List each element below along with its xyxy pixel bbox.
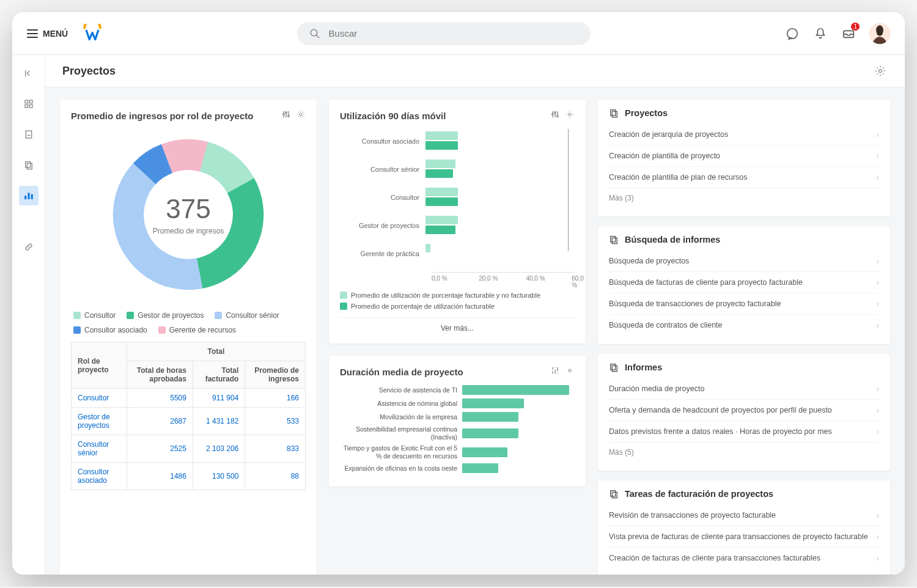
role-link[interactable]: Consultor <box>72 389 127 408</box>
legend-item: Promedio de porcentaje de utilización fa… <box>340 303 575 310</box>
svg-rect-37 <box>612 366 617 371</box>
filter-icon[interactable] <box>550 366 560 378</box>
chevron-right-icon: › <box>876 384 879 394</box>
dur-row: Movilización de la empresa <box>340 412 575 422</box>
page-title: Proyectos <box>62 65 116 78</box>
chevron-right-icon: › <box>876 151 879 161</box>
svg-rect-10 <box>26 131 31 138</box>
role-link[interactable]: Consultor asociado <box>72 463 127 490</box>
section: InformesDuración media de proyecto›Ofert… <box>598 354 890 471</box>
report-icon <box>609 489 619 499</box>
svg-rect-35 <box>612 238 617 243</box>
section-item[interactable]: Duración media de proyecto› <box>609 378 879 400</box>
nav-link-icon[interactable] <box>19 237 39 257</box>
chat-icon[interactable] <box>785 26 800 41</box>
nav-copy-icon[interactable] <box>19 155 39 175</box>
svg-rect-38 <box>611 491 616 496</box>
menu-button[interactable]: MENÚ <box>27 29 68 39</box>
nav-collapse-icon[interactable] <box>19 64 39 83</box>
legend-item[interactable]: Consultor asociado <box>73 326 147 334</box>
section-item[interactable]: Búsqueda de contratos de cliente› <box>609 315 879 336</box>
chevron-right-icon: › <box>876 532 879 542</box>
section-title: Proyectos <box>609 108 879 118</box>
inbox-icon[interactable]: 1 <box>841 26 856 41</box>
role-link[interactable]: Consultor sénior <box>72 435 127 463</box>
filter-icon[interactable] <box>550 109 560 122</box>
section-item[interactable]: Creación de facturas de cliente para tra… <box>609 548 879 568</box>
chevron-right-icon: › <box>876 320 879 330</box>
dur-row: Tiempo y gastos de Exotic Fruit con el 5… <box>340 444 575 460</box>
legend-item[interactable]: Consultor sénior <box>215 311 279 320</box>
duration-chart: Servicio de asistencia de TIAsistencia d… <box>340 385 575 473</box>
section-item[interactable]: Vista previa de facturas de cliente para… <box>609 526 879 548</box>
filter-icon[interactable] <box>281 109 291 122</box>
gear-icon[interactable] <box>565 366 575 378</box>
svg-rect-7 <box>29 100 32 103</box>
ver-mas-link[interactable]: Ver más... <box>340 317 575 334</box>
revenue-table: Rol de proyecto Total Total de horas apr… <box>71 342 306 490</box>
section-more[interactable]: Más (3) <box>609 188 879 208</box>
section-item[interactable]: Creación de jerarquía de proyectos› <box>609 124 879 145</box>
report-icon <box>609 108 619 118</box>
chevron-right-icon: › <box>876 172 879 182</box>
svg-rect-6 <box>25 100 28 103</box>
section-item[interactable]: Búsqueda de facturas de cliente para pro… <box>609 272 879 293</box>
dur-row: Asistencia de nómina global <box>340 399 575 408</box>
svg-point-28 <box>554 112 556 114</box>
hbar-row: Consultor sénior <box>340 160 575 179</box>
workday-logo[interactable] <box>83 24 102 43</box>
role-link[interactable]: Gestor de proyectos <box>72 408 127 435</box>
legend-item[interactable]: Gestor de proyectos <box>127 311 204 320</box>
nav-apps-icon[interactable] <box>19 94 39 114</box>
th-billed: Total facturado <box>193 361 245 389</box>
legend-item[interactable]: Consultor <box>73 311 116 320</box>
section-item[interactable]: Búsqueda de transacciones de proyecto fa… <box>609 293 879 315</box>
global-search[interactable] <box>297 22 591 45</box>
legend-item[interactable]: Gerente de recursos <box>158 326 236 334</box>
nav-doc-icon[interactable] <box>19 125 39 144</box>
gear-icon[interactable] <box>565 109 575 122</box>
dur-row: Expansión de oficinas en la costa oeste <box>340 463 575 473</box>
report-icon <box>609 235 619 244</box>
utilization-chart: Consultor asociadoConsultor séniorConsul… <box>340 129 575 263</box>
search-icon <box>309 28 320 39</box>
inbox-badge: 1 <box>851 23 860 31</box>
chevron-right-icon: › <box>876 553 879 563</box>
hbar-row: Gerente de práctica <box>340 244 575 263</box>
svg-point-17 <box>879 70 882 73</box>
chevron-right-icon: › <box>876 405 879 415</box>
section-item[interactable]: Revisión de transacciones de proyecto fa… <box>609 505 879 526</box>
section-item[interactable]: Búsqueda de proyectos› <box>609 251 879 272</box>
section-item[interactable]: Datos previstos frente a datos reales · … <box>609 421 879 443</box>
table-row: Consultor5509911 904166 <box>72 389 306 408</box>
chart-boundary-line <box>568 129 569 251</box>
chevron-right-icon: › <box>876 277 879 287</box>
gear-icon[interactable] <box>296 109 306 122</box>
svg-point-30 <box>569 113 571 116</box>
section-item[interactable]: Oferta y demanda de headcount de proyect… <box>609 400 879 421</box>
svg-point-21 <box>300 113 302 116</box>
axis-tick: 0,0 % <box>432 275 447 282</box>
section-item[interactable]: Creación de plantilla de proyecto› <box>609 145 879 167</box>
svg-point-29 <box>557 115 559 117</box>
section-item[interactable]: Creación de plantilla de plan de recurso… <box>609 167 879 188</box>
svg-rect-16 <box>31 194 32 199</box>
card-utilization: Utilización 90 días móvil Consultor asoc… <box>329 100 586 344</box>
section-title: Tareas de facturación de proyectos <box>609 489 879 499</box>
menu-label: MENÚ <box>43 29 68 39</box>
nav-analytics-icon[interactable] <box>19 186 39 205</box>
section: ProyectosCreación de jerarquía de proyec… <box>598 100 890 216</box>
chevron-right-icon: › <box>876 130 879 139</box>
section-more[interactable]: Más (5) <box>609 443 879 462</box>
top-bar: MENÚ 1 <box>12 12 905 55</box>
section-title: Informes <box>609 362 879 372</box>
svg-rect-13 <box>27 163 32 169</box>
search-input[interactable] <box>329 28 578 39</box>
th-avg: Promedio de ingresos <box>245 361 306 389</box>
avatar[interactable] <box>869 23 890 44</box>
notifications-icon[interactable] <box>813 26 828 41</box>
chevron-right-icon: › <box>876 510 879 520</box>
page-settings-icon[interactable] <box>873 64 888 78</box>
svg-rect-32 <box>611 110 616 116</box>
section: Tareas de facturación de proyectosRevisi… <box>598 480 890 575</box>
